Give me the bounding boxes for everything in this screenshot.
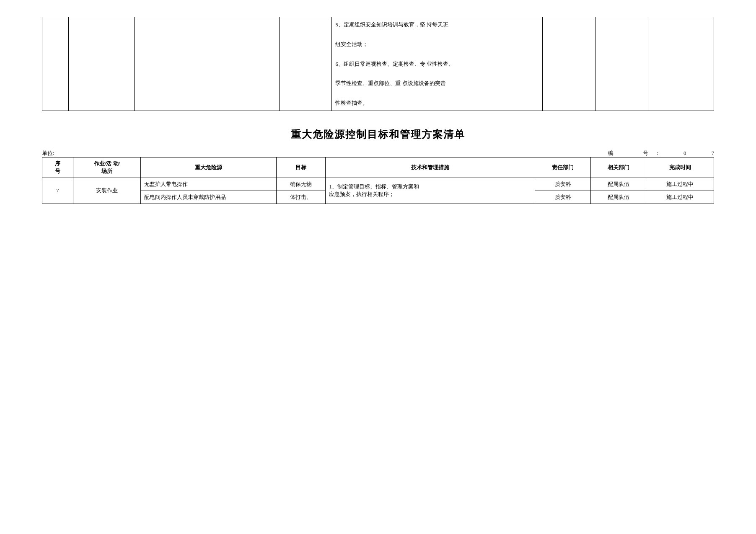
- main-table: 序 号 作业/活 动/ 场所 重大危险源 目标 技术和管理措施 责任部门 相关部…: [42, 157, 714, 204]
- top-time-cell: [648, 17, 714, 111]
- data-row-1a: 7 安装作业 无监护人带电操作 确保无物 1、制定管理目标、指标、管理方案和 应…: [42, 178, 714, 191]
- measures-line-1: 1、制定管理目标、指标、管理方案和: [329, 183, 531, 191]
- row-related-2: 配属队伍: [590, 191, 646, 204]
- top-hazard-cell: [135, 17, 280, 111]
- row-time-1: 施工过程中: [646, 178, 714, 191]
- header-activity: 作业/活 动/ 场所: [73, 157, 141, 178]
- unit-label: 单位:: [42, 150, 54, 157]
- code-label: 编: [608, 150, 614, 157]
- measures-text: 5、定期组织安全知识培训与教育，坚 持每天班 组安全活动； 6、组织日常巡视检查…: [335, 20, 539, 108]
- top-related-cell: [595, 17, 648, 111]
- row-responsible-2: 质安科: [535, 191, 590, 204]
- table-row: 5、定期组织安全知识培训与教育，坚 持每天班 组安全活动； 6、组织日常巡视检查…: [42, 17, 714, 111]
- header-measures: 技术和管理措施: [326, 157, 535, 178]
- header-responsible: 责任部门: [535, 157, 590, 178]
- code-value: 0: [684, 150, 686, 157]
- page-container: 5、定期组织安全知识培训与教育，坚 持每天班 组安全活动； 6、组织日常巡视检查…: [17, 8, 739, 212]
- top-activity-cell: [68, 17, 134, 111]
- row-hazard-1: 无监护人带电操作: [141, 178, 277, 191]
- top-seq-cell: [42, 17, 69, 111]
- header-time: 完成时间: [646, 157, 714, 178]
- header-target: 目标: [276, 157, 326, 178]
- row-measures: 1、制定管理目标、指标、管理方案和 应急预案，执行相关程序；: [326, 178, 535, 204]
- seq-line2: 号: [46, 168, 70, 175]
- row-target-1: 确保无物: [276, 178, 326, 191]
- page-value: 7: [712, 150, 715, 157]
- measure-line-1: 5、定期组织安全知识培训与教育，坚 持每天班 组安全活动； 6、组织日常巡视检查…: [335, 20, 539, 108]
- unit-row: 单位: 编 号 : 0 7: [42, 150, 714, 157]
- row-seq: 7: [42, 178, 73, 204]
- header-seq: 序 号: [42, 157, 73, 178]
- unit-left: 单位:: [42, 150, 56, 157]
- header-hazard: 重大危险源: [141, 157, 277, 178]
- code-colon: :: [657, 150, 658, 157]
- unit-right: 编 号 : 0 7: [608, 150, 714, 157]
- activity-line1: 作业/活 动/: [77, 160, 137, 168]
- measures-line-2: 应急预案，执行相关程序；: [329, 191, 531, 198]
- row-time-2: 施工过程中: [646, 191, 714, 204]
- row-target-2: 体打击、: [276, 191, 326, 204]
- top-responsible-cell: [543, 17, 595, 111]
- row-activity: 安装作业: [73, 178, 141, 204]
- code-spacer: 号: [643, 150, 648, 157]
- row-related-1: 配属队伍: [590, 178, 646, 191]
- row-hazard-2: 配电间内操作人员未穿戴防护用品: [141, 191, 277, 204]
- top-measures-cell: 5、定期组织安全知识培训与教育，坚 持每天班 组安全活动； 6、组织日常巡视检查…: [332, 17, 543, 111]
- top-table: 5、定期组织安全知识培训与教育，坚 持每天班 组安全活动； 6、组织日常巡视检查…: [42, 17, 714, 111]
- seq-line1: 序: [46, 160, 70, 168]
- header-related: 相关部门: [590, 157, 646, 178]
- top-target-cell: [279, 17, 332, 111]
- main-title: 重大危险源控制目标和管理方案清单: [42, 128, 714, 141]
- activity-line2: 场所: [77, 168, 137, 175]
- header-row: 序 号 作业/活 动/ 场所 重大危险源 目标 技术和管理措施 责任部门 相关部…: [42, 157, 714, 178]
- row-responsible-1: 质安科: [535, 178, 590, 191]
